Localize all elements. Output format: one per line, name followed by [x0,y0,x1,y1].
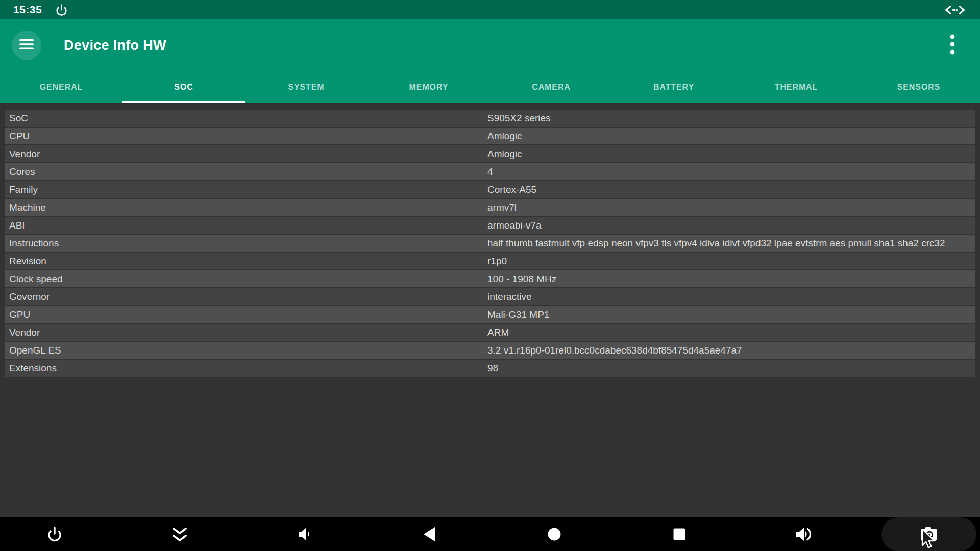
table-row: VendorAmlogic [5,145,975,162]
row-label: Governor [5,290,487,304]
row-value: Amlogic [487,129,975,143]
row-label: CPU [5,129,487,143]
hamburger-icon [18,38,35,53]
tab-memory[interactable]: MEMORY [368,71,490,103]
tab-thermal[interactable]: THERMAL [735,71,857,103]
tab-general[interactable]: GENERAL [0,71,122,103]
row-value: S905X2 series [487,111,975,125]
row-value: Cortex-A55 [487,183,975,196]
navigation-bar [0,517,980,551]
table-row: Extensions98 [5,360,975,377]
table-row: ABIarmeabi-v7a [5,217,975,234]
tab-battery[interactable]: BATTERY [612,71,735,103]
kebab-menu-icon [950,34,955,57]
tab-system[interactable]: SYSTEM [245,71,368,103]
volume-down-icon [296,525,314,543]
app-bar: Device Info HW [0,19,980,71]
dev-connection-icon [943,4,967,16]
volume-up-icon [794,525,814,543]
row-value: Mali-G31 MP1 [487,308,975,321]
tab-bar: GENERALSOCSYSTEMMEMORYCAMERABATTERYTHERM… [0,71,980,103]
row-value: armeabi-v7a [487,218,975,232]
row-label: Clock speed [5,272,487,286]
row-label: SoC [5,111,487,125]
table-row: Cores4 [5,163,975,180]
row-value: 98 [487,361,975,375]
nav-volume-up-button[interactable] [781,517,826,551]
recents-icon [673,528,686,541]
row-value: 3.2 v1.r16p0-01rel0.bcc0cdabec638d4bf854… [487,343,975,357]
row-value: 100 - 1908 MHz [487,272,975,286]
content-area: SoCS905X2 seriesCPUAmlogicVendorAmlogicC… [0,103,980,517]
row-value: ARM [487,325,975,339]
row-label: Cores [5,165,487,179]
row-label: Extensions [5,361,487,375]
table-row: Revisionr1p0 [5,253,975,269]
nav-recents-button[interactable] [657,517,702,551]
table-row: VendorARM [5,324,975,341]
row-value: interactive [487,290,975,304]
tab-soc[interactable]: SOC [122,71,245,103]
chevrons-down-icon [169,525,190,543]
row-label: Machine [5,201,487,214]
tab-sensors[interactable]: SENSORS [857,71,980,103]
screen: 15:35 Device Info HW [0,0,980,551]
power-icon [55,4,68,16]
power-icon [46,525,63,543]
hamburger-menu-button[interactable] [12,31,41,60]
status-bar: 15:35 [0,0,980,19]
row-label: Instructions [5,236,487,250]
row-label: GPU [5,308,487,321]
row-label: OpenGL ES [5,343,487,357]
row-value: Amlogic [487,147,975,161]
camera-icon [919,526,939,542]
table-row: CPUAmlogic [5,128,975,144]
page-title: Device Info HW [64,38,166,54]
row-label: Vendor [5,325,487,339]
table-row: OpenGL ES3.2 v1.r16p0-01rel0.bcc0cdabec6… [5,342,975,359]
table-row: SoCS905X2 series [5,110,975,127]
table-row: Instructionshalf thumb fastmult vfp edsp… [5,235,975,252]
soc-info-table: SoCS905X2 seriesCPUAmlogicVendorAmlogicC… [0,103,980,377]
row-label: Family [5,183,487,196]
table-row: Clock speed100 - 1908 MHz [5,270,975,287]
table-row: Governorinteractive [5,288,975,305]
table-row: FamilyCortex-A55 [5,181,975,198]
row-value: half thumb fastmult vfp edsp neon vfpv3 … [487,236,975,250]
back-icon [423,527,436,542]
nav-home-button[interactable] [532,517,577,551]
table-row: Machinearmv7l [5,199,975,216]
nav-back-button[interactable] [407,517,452,551]
overflow-menu-button[interactable] [940,33,965,58]
nav-volume-down-button[interactable] [282,517,327,551]
row-label: Revision [5,254,487,268]
nav-power-button[interactable] [32,517,77,551]
row-value: armv7l [487,201,975,214]
home-icon [547,527,561,541]
row-value: 4 [487,165,975,179]
clock: 15:35 [13,4,42,16]
row-label: Vendor [5,147,487,161]
row-value: r1p0 [487,254,975,268]
row-label: ABI [5,218,487,232]
nav-screenshot-button[interactable] [881,517,976,551]
tab-camera[interactable]: CAMERA [490,71,612,103]
table-row: GPUMali-G31 MP1 [5,306,975,323]
nav-collapse-button[interactable] [157,517,202,551]
